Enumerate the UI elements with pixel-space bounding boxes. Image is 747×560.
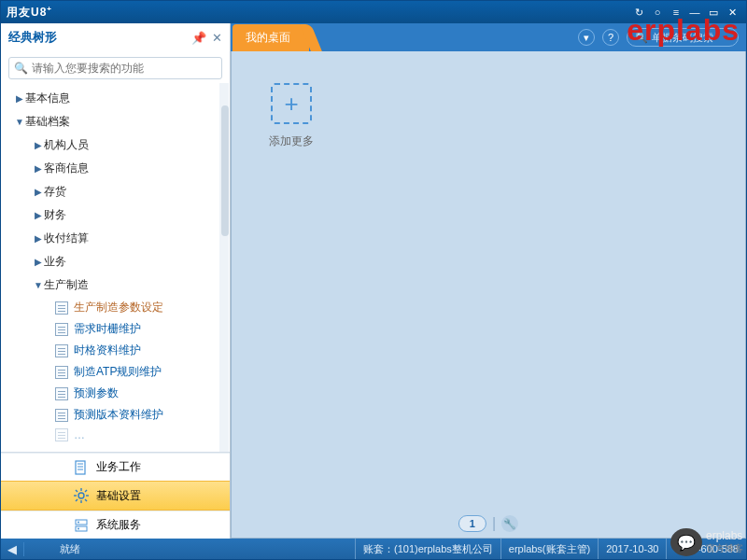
caret-down-icon: ▼ [14,117,25,127]
tree-leaf-forecast-version[interactable]: 预测版本资料维护 [1,404,230,426]
svg-line-11 [85,490,87,492]
add-more-label: 添加更多 [263,133,319,149]
caret-right-icon: ▶ [33,210,44,220]
tree-node-finance[interactable]: ▶财务 [1,203,230,227]
tree-node-business[interactable]: ▶业务 [1,250,230,273]
pin-icon[interactable]: 📌 [191,31,206,45]
status-ready: 就绪 [23,542,231,556]
search-icon: 🔍 [14,62,28,75]
document-icon [55,428,68,441]
document-icon [55,344,68,357]
title-bar: 用友U8+ ↻ ○ ≡ — ▭ ✕ [1,1,746,23]
tree-node-manufacture[interactable]: ▼生产制造 [1,273,230,297]
svg-point-15 [78,521,79,523]
svg-line-10 [85,499,87,501]
document-icon [55,409,68,422]
status-user: erplabs(账套主管) [500,539,598,559]
svg-point-4 [78,493,84,498]
caret-right-icon: ▶ [33,233,44,244]
app-brand: 用友U8+ [7,5,52,21]
caret-right-icon: ▶ [33,187,44,197]
wrench-icon[interactable]: 🔧 [501,515,518,532]
tree-node-base-archive[interactable]: ▼基础档案 [1,110,230,133]
refresh-icon[interactable]: ↻ [630,6,647,19]
svg-line-9 [76,490,78,492]
close-panel-icon[interactable]: ✕ [212,31,222,45]
caret-right-icon: ▶ [33,163,44,174]
svg-rect-14 [76,526,87,531]
svg-rect-13 [76,520,87,525]
document-icon [55,323,68,336]
tree-leaf-atp-rules[interactable]: 制造ATP规则维护 [1,361,230,383]
chat-name: erplabs [706,529,743,542]
tree-node-customer[interactable]: ▶客商信息 [1,157,230,180]
document-icon [55,387,68,400]
main-content: + 添加更多 1 | 🔧 [231,51,746,539]
tree-leaf-demand-fence[interactable]: 需求时栅维护 [1,318,230,340]
chat-bubble-icon[interactable]: 💬 [670,528,702,556]
pager: 1 | 🔧 [458,515,518,532]
tree-node-inventory[interactable]: ▶存货 [1,180,230,203]
search-placeholder: 单据条码搜索 [652,31,713,45]
minimize-button[interactable]: — [686,6,703,19]
tree-leaf-manufacture-params[interactable]: 生产制造参数设定 [1,297,230,318]
scrollbar-thumb[interactable] [221,105,229,236]
top-bar: 经典树形 📌 ✕ 我的桌面 ▾ ? 🔍 单据条码搜索 [1,23,746,51]
document-icon [74,460,89,475]
tree-leaf-forecast-params[interactable]: 预测参数 [1,383,230,404]
document-icon [55,301,68,315]
quick-system-service[interactable]: 系统服务 [1,511,230,539]
tree-leaf-timegrid[interactable]: 时格资料维护 [1,340,230,361]
quick-business-work[interactable]: 业务工作 [1,453,230,481]
top-search[interactable]: 🔍 单据条码搜索 [627,28,739,47]
document-icon [55,366,68,379]
maximize-button[interactable]: ▭ [705,6,722,19]
server-icon [74,518,89,533]
status-date: 2017-10-30 [598,539,666,559]
back-icon[interactable]: ◀ [1,542,23,556]
tree-node-settlement[interactable]: ▶收付结算 [1,227,230,250]
caret-right-icon: ▶ [33,257,44,267]
svg-point-16 [78,527,79,529]
status-bar: ◀ 就绪 账套：(101)erplabs整机公司 erplabs(账套主管) 2… [1,539,746,559]
tree-leaf-cut[interactable]: … [1,426,230,444]
page-indicator[interactable]: 1 [458,515,486,532]
user-icon[interactable]: ○ [649,6,666,19]
quick-nav: 业务工作 基础设置 系统服务 [1,452,230,539]
close-button[interactable]: ✕ [724,6,740,19]
caret-down-icon: ▼ [33,280,44,290]
nav-tree: ▶基本信息 ▼基础档案 ▶机构人员 ▶客商信息 ▶存货 ▶财务 ▶收付结算 ▶业… [1,83,230,452]
svg-rect-0 [76,461,85,474]
tree-node-org[interactable]: ▶机构人员 [1,133,230,157]
tab-dropdown-icon[interactable]: ▾ [578,29,595,46]
search-icon: 🔍 [635,32,648,44]
sidebar-search-input[interactable] [8,57,222,79]
gear-icon [74,488,89,503]
sidebar: 🔍 ▶基本信息 ▼基础档案 ▶机构人员 ▶客商信息 ▶存货 ▶财务 ▶收付结算 … [1,51,231,539]
quick-base-settings[interactable]: 基础设置 [1,481,230,511]
svg-line-12 [76,499,78,501]
add-more-button[interactable]: + [271,83,312,124]
tree-node-basic-info[interactable]: ▶基本信息 [1,87,230,110]
panel-title: 经典树形 [8,29,186,46]
caret-right-icon: ▶ [33,140,44,150]
help-icon[interactable]: ? [602,29,619,46]
settings-icon[interactable]: ≡ [668,6,684,19]
chat-overlay: 💬 erplabs 官方博客 [670,528,743,556]
tab-desktop[interactable]: 我的桌面 [233,24,309,51]
chat-sub: 官方博客 [706,542,743,555]
status-account: 账套：(101)erplabs整机公司 [355,539,500,559]
caret-right-icon: ▶ [14,93,25,104]
